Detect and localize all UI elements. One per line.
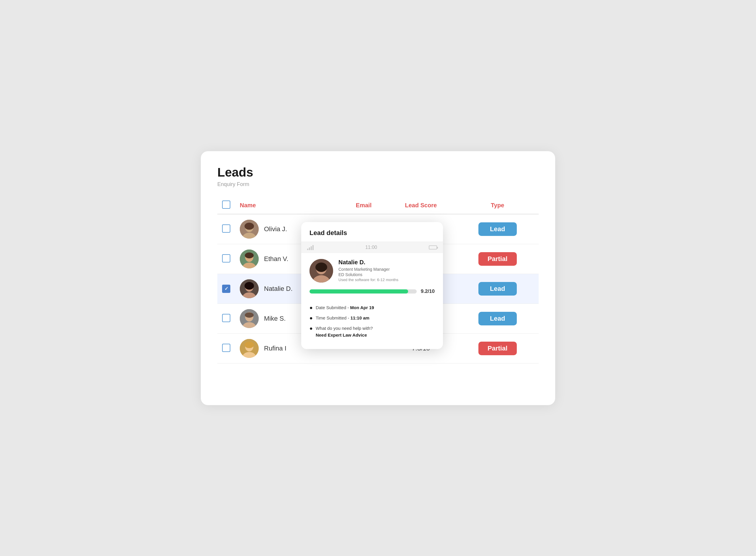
score-bar-background bbox=[309, 289, 417, 293]
row-name: Olivia J. bbox=[264, 225, 287, 233]
row-name: Ethan V. bbox=[264, 255, 288, 263]
col-header-name: Name bbox=[235, 197, 342, 214]
svg-point-22 bbox=[315, 263, 327, 272]
row-avatar bbox=[240, 339, 259, 358]
popup-person-company: ED Solutions bbox=[338, 272, 435, 277]
svg-point-14 bbox=[245, 312, 254, 318]
row-avatar bbox=[240, 220, 259, 239]
row-type-cell: Partial bbox=[456, 244, 539, 274]
col-header-score: Lead Score bbox=[385, 197, 456, 214]
detail-time-text: Time Submitted - 11:10 am bbox=[316, 315, 370, 321]
popup-person-role: Content Marketing Manager bbox=[338, 267, 435, 272]
score-bar-container: 9.2/10 bbox=[309, 288, 435, 294]
score-value: 9.2/10 bbox=[421, 288, 435, 294]
row-name: Mike S. bbox=[264, 315, 285, 322]
row-checkbox[interactable] bbox=[222, 285, 230, 293]
popup-person-usage: Used the software for: 6-12 months bbox=[338, 278, 435, 282]
detail-help: ● What do you need help with? Need Exper… bbox=[309, 325, 435, 338]
bullet-icon: ● bbox=[309, 305, 313, 311]
date-value: Mon Apr 19 bbox=[350, 305, 374, 310]
popup-score-section: 9.2/10 bbox=[301, 288, 443, 305]
header-checkbox-cell bbox=[217, 197, 235, 214]
row-checkbox-cell bbox=[217, 244, 235, 274]
svg-point-6 bbox=[245, 252, 254, 258]
row-type-cell: Lead bbox=[456, 304, 539, 333]
detail-time: ● Time Submitted - 11:10 am bbox=[309, 315, 435, 321]
bullet-icon-2: ● bbox=[309, 315, 313, 321]
popup-time: 11:00 bbox=[365, 245, 377, 250]
row-type-cell: Lead bbox=[456, 274, 539, 304]
row-checkbox-cell bbox=[217, 304, 235, 333]
detail-help-text: What do you need help with? Need Expert … bbox=[316, 325, 373, 338]
popup-title: Lead details bbox=[309, 229, 347, 237]
popup-avatar bbox=[309, 259, 333, 283]
page-subtitle: Enquiry Form bbox=[217, 181, 539, 187]
bullet-icon-3: ● bbox=[309, 325, 313, 332]
main-card: Leads Enquiry Form Name Email Lead Score… bbox=[201, 151, 555, 405]
row-checkbox-cell bbox=[217, 333, 235, 363]
detail-date-text: Date Submitted - Mon Apr 19 bbox=[316, 305, 374, 311]
row-checkbox[interactable] bbox=[222, 224, 230, 233]
row-checkbox[interactable] bbox=[222, 314, 230, 322]
row-type-badge[interactable]: Lead bbox=[478, 312, 517, 325]
select-all-checkbox[interactable] bbox=[222, 201, 230, 209]
lead-details-popup: Lead details 11:00 Natalie D. bbox=[301, 222, 443, 349]
row-type-cell: Partial bbox=[456, 333, 539, 363]
col-header-type: Type bbox=[456, 197, 539, 214]
row-type-cell: Lead bbox=[456, 214, 539, 244]
row-checkbox[interactable] bbox=[222, 254, 230, 263]
phone-signal bbox=[307, 245, 314, 250]
popup-person-section: Natalie D. Content Marketing Manager ED … bbox=[301, 253, 443, 288]
page-title: Leads bbox=[217, 165, 539, 179]
row-name: Natalie D. bbox=[264, 285, 293, 292]
help-value: Need Expert Law Advice bbox=[316, 333, 367, 338]
row-avatar bbox=[240, 249, 259, 268]
signal-icon bbox=[307, 245, 314, 250]
svg-point-10 bbox=[244, 282, 254, 290]
row-type-badge[interactable]: Partial bbox=[478, 342, 517, 355]
table-header-row: Name Email Lead Score Type bbox=[217, 197, 539, 214]
row-checkbox-cell bbox=[217, 274, 235, 304]
row-avatar bbox=[240, 309, 259, 328]
popup-phone-bar: 11:00 bbox=[301, 242, 443, 253]
popup-person-info: Natalie D. Content Marketing Manager ED … bbox=[338, 259, 435, 282]
row-checkbox[interactable] bbox=[222, 344, 230, 352]
col-header-email: Email bbox=[342, 197, 385, 214]
popup-person-name: Natalie D. bbox=[338, 259, 435, 266]
popup-header: Lead details bbox=[301, 222, 443, 242]
svg-point-2 bbox=[244, 223, 254, 230]
time-value: 11:10 am bbox=[350, 315, 370, 320]
row-checkbox-cell bbox=[217, 214, 235, 244]
popup-details: ● Date Submitted - Mon Apr 19 ● Time Sub… bbox=[301, 305, 443, 349]
svg-point-18 bbox=[244, 342, 254, 348]
row-type-badge[interactable]: Partial bbox=[478, 252, 517, 266]
row-name: Rufina I bbox=[264, 345, 286, 352]
detail-date: ● Date Submitted - Mon Apr 19 bbox=[309, 305, 435, 311]
row-type-badge[interactable]: Lead bbox=[478, 222, 517, 236]
row-type-badge[interactable]: Lead bbox=[478, 282, 517, 296]
battery-icon bbox=[429, 245, 437, 249]
score-bar-fill bbox=[309, 289, 408, 293]
row-avatar bbox=[240, 279, 259, 298]
